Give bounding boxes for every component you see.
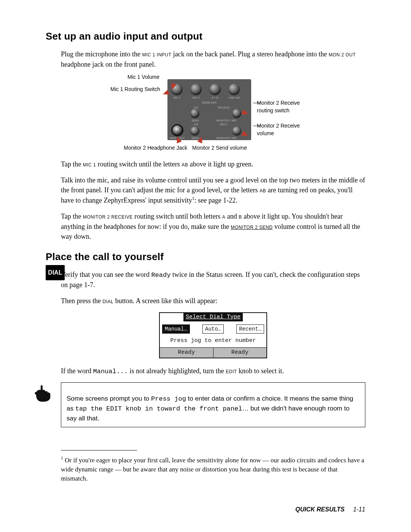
press-jog-mono: Press jog	[151, 395, 186, 403]
lcd-status-2: Ready	[213, 348, 267, 358]
label-mon2-rx-volume: Monitor 2 Receive volume	[257, 122, 314, 137]
label-mic1-volume: Mic 1 Volume	[127, 73, 159, 81]
mic1-input-label: MIC 1 INPUT	[142, 51, 171, 58]
panel-text-mic1: MIC 1	[171, 96, 183, 100]
ab-sc: AB	[182, 161, 188, 168]
panel-text-mon2mix: MONITOR 2 MIX	[209, 136, 244, 140]
t: Tap the	[61, 160, 83, 168]
hardware-diagram: Mic 1 Volume Mic 1 Routing Switch Monito…	[95, 75, 331, 152]
footnote-text: Or if you're eager to place your first c…	[61, 457, 364, 482]
lcd-status-1: Ready	[160, 348, 213, 358]
label-mic1-routing: Mic 1 Routing Switch	[110, 85, 160, 93]
lcd-btn-manual: Manual…	[162, 324, 190, 334]
lcd-screen: Select Dial Type Manual… Auto… Recent… P…	[159, 312, 267, 358]
p-press-dial: Then press the DIAL button. A screen lik…	[61, 296, 365, 306]
t: knob to select it.	[237, 367, 284, 375]
lcd-title: Select Dial Type	[183, 313, 243, 321]
t: routing switch until both letters	[133, 212, 222, 220]
t: Tap the	[61, 212, 83, 220]
mon2send-sc: MONITOR 2 SEND	[231, 223, 272, 230]
note-box: Some screens prompt you to Press jog to …	[61, 382, 365, 427]
p-if-manual: If the word Manual... is not already hig…	[61, 366, 365, 377]
t: : see page 1-22.	[194, 197, 237, 204]
section1-body: Plug the microphone into the MIC 1 INPUT…	[61, 49, 365, 242]
panel-text-receive1: RECEIVE	[216, 106, 231, 110]
footer-page: 1-11	[353, 506, 365, 513]
label-mon2-send-vol: Monitor 2 Send volume	[192, 144, 247, 152]
t: is not already highlighted, turn the	[128, 367, 226, 375]
panel-text-line12: LINE 1&2	[228, 96, 241, 100]
knob-ab	[209, 84, 221, 95]
t: above it light up green.	[188, 160, 253, 168]
label-mon2-hp-jack: Monitor 2 Headphone Jack	[124, 144, 187, 152]
heading-audio-io: Set up an audio input and output	[46, 30, 365, 42]
page: Set up an audio input and output Plug th…	[0, 0, 411, 532]
intro-paragraph: Plug the microphone into the MIC 1 INPUT…	[61, 49, 365, 69]
intro-b: jack on the back panel. Plug a stereo he…	[171, 50, 328, 58]
footer-section: QUICK RESULTS	[295, 506, 344, 513]
letterB: B	[239, 213, 242, 220]
t: and	[225, 212, 239, 220]
tap-edit-mono: tap the EDIT knob in toward the front pa…	[75, 405, 242, 412]
lcd-button-row: Manual… Auto… Recent…	[160, 321, 266, 336]
panel-text-sendmix: SEND MIX	[194, 101, 225, 105]
knob-recv1	[232, 109, 241, 118]
mon2-out-label: MON 2 OUT	[329, 51, 356, 58]
t: Some screens prompt you to	[67, 395, 151, 402]
knob-send1	[190, 109, 199, 118]
lcd-title-row: Select Dial Type	[160, 313, 266, 321]
note-row: Some screens prompt you to Press jog to …	[34, 382, 365, 427]
dial-sc: DIAL	[102, 297, 113, 305]
heading-place-call: Place the call to yourself	[46, 251, 365, 263]
letterA: A	[222, 213, 226, 220]
knob-send2	[190, 126, 199, 136]
mic1-sc: MIC 1	[83, 161, 96, 168]
panel-text-aplusb: A + B	[209, 96, 221, 100]
hardware-panel: MIC 1 MIC 2 A + B LINE 1&2 SEND MIX A B …	[167, 79, 251, 140]
knob-mic2	[190, 84, 202, 95]
ab-sc2: AB	[260, 187, 266, 194]
p-tap-mon2: Tap the MONITOR 2 RECEIVE routing switch…	[61, 211, 365, 241]
panel-text-recv2: RECV	[217, 123, 231, 126]
lcd-hint: Press jog to enter number	[160, 336, 266, 347]
headphone-jack	[171, 124, 183, 136]
t: Verify that you can see the word	[61, 271, 151, 278]
panel-text-mon1mix: MONITOR 1 MIX	[209, 119, 244, 123]
intro-c: headphone jack on the front panel.	[61, 61, 156, 68]
intro-a: Plug the microphone into the	[61, 50, 142, 58]
p-talk-mic: Talk into the mic, and raise its volume …	[61, 175, 365, 205]
edit-sc: EDIT	[226, 367, 237, 375]
footer: QUICK RESULTS 1-11	[295, 506, 365, 513]
dial-button-icon: DIAL	[46, 265, 65, 280]
t: routing switch until the letters	[96, 160, 182, 168]
t: button. A screen like this will appear:	[113, 297, 217, 305]
panel-text-mic2: MIC 2	[190, 96, 202, 100]
footnote: 1 Or if you're eager to place your first…	[61, 456, 365, 483]
t: Then press the	[61, 297, 102, 305]
section2-body: Verify that you can see the word Ready t…	[61, 270, 365, 428]
label-mon2-rx-switch: Monitor 2 Receive routing switch	[257, 99, 314, 115]
panel-text-send1: SEND	[190, 119, 201, 123]
lcd-btn-auto: Auto…	[202, 324, 224, 334]
panel-text-ab2: A B	[191, 123, 201, 126]
pointing-hand-icon	[34, 382, 55, 403]
knob-line12	[228, 84, 240, 95]
mon2recv-sc: MONITOR 2 RECEIVE	[83, 213, 133, 220]
leader-line	[253, 103, 261, 103]
svg-rect-0	[35, 392, 39, 395]
lcd-btn-recent: Recent…	[236, 324, 264, 334]
p-tap-mic1: Tap the MIC 1 routing switch until the l…	[61, 159, 365, 169]
lcd-status-row: Ready Ready	[160, 347, 266, 358]
leader-line	[253, 126, 261, 126]
t: If the word	[61, 367, 93, 375]
manual-mono: Manual...	[93, 368, 128, 375]
ready-mono: Ready	[151, 272, 170, 279]
footnote-rule	[61, 450, 137, 451]
knob-recv2	[232, 126, 241, 136]
p-verify-ready: Verify that you can see the word Ready t…	[61, 270, 365, 290]
